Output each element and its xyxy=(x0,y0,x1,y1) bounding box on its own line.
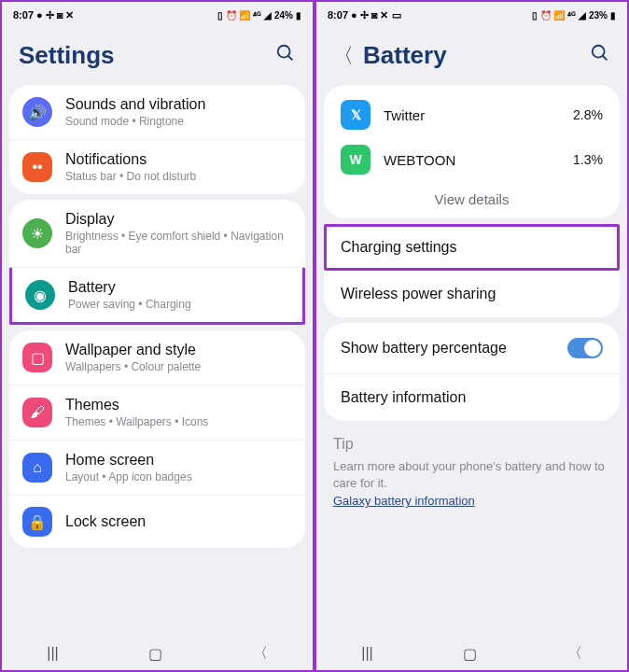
phone-battery: 8:07 ● ✢ ◙ ✕ ▭ ▯ ⏰ 📶 ⁴ᴳ ◢ 23% ▮ 〈 Batter… xyxy=(314,0,629,672)
setting-label: Wireless power sharing xyxy=(341,286,496,302)
settings-group: ☀ Display Brightness • Eye comfort shiel… xyxy=(9,200,305,325)
signal-icons: ▯ ⏰ 📶 ⁴ᴳ ◢ xyxy=(532,10,586,21)
svg-line-1 xyxy=(288,56,293,61)
setting-label: Charging settings xyxy=(341,239,457,256)
row-lockscreen[interactable]: 🔒 Lock screen xyxy=(9,495,305,548)
display-icon: ☀ xyxy=(22,218,52,248)
row-charging-settings[interactable]: Charging settings xyxy=(324,224,620,271)
view-details-button[interactable]: View details xyxy=(324,182,620,218)
recents-button[interactable]: ||| xyxy=(47,645,58,662)
options-card: Show battery percentage Battery informat… xyxy=(324,323,620,421)
row-display[interactable]: ☀ Display Brightness • Eye comfort shiel… xyxy=(9,200,305,267)
battery-pct: 23% xyxy=(589,10,608,21)
svg-point-2 xyxy=(593,46,605,58)
page-header: Settings xyxy=(2,28,313,79)
svg-point-0 xyxy=(278,46,290,58)
back-button[interactable]: 〈 xyxy=(567,644,582,664)
setting-label: Show battery percentage xyxy=(341,340,507,357)
app-pct: 2.8% xyxy=(573,107,603,122)
item-sub: Wallpapers • Colour palette xyxy=(65,360,201,373)
home-button[interactable]: ▢ xyxy=(463,645,477,663)
tip-text: Learn more about your phone's battery an… xyxy=(333,458,610,492)
nav-bar: ||| ▢ 〈 xyxy=(2,637,313,670)
status-bar: 8:07 ● ✢ ◙ ✕ ▯ ⏰ 📶 ⁴ᴳ ◢ 24% ▮ xyxy=(2,2,313,28)
row-themes[interactable]: 🖌 Themes Themes • Wallpapers • Icons xyxy=(9,385,305,440)
battery-pct: 24% xyxy=(274,10,293,21)
settings-group: ▢ Wallpaper and style Wallpapers • Colou… xyxy=(9,330,305,548)
app-row-webtoon[interactable]: W WEBTOON 1.3% xyxy=(324,137,620,182)
twitter-icon: 𝕏 xyxy=(341,100,370,130)
home-icon: ⌂ xyxy=(22,453,52,483)
app-name: WEBTOON xyxy=(384,152,560,168)
search-icon[interactable] xyxy=(275,43,296,68)
row-wallpaper[interactable]: ▢ Wallpaper and style Wallpapers • Colou… xyxy=(9,330,305,385)
webtoon-icon: W xyxy=(341,145,370,175)
app-name: Twitter xyxy=(384,107,560,123)
time: 8:07 xyxy=(13,9,34,21)
time: 8:07 xyxy=(328,9,348,21)
settings-group: 🔊 Sounds and vibration Sound mode • Ring… xyxy=(9,85,305,194)
item-sub: Status bar • Do not disturb xyxy=(65,170,196,183)
toggle-on[interactable] xyxy=(567,338,603,358)
back-button[interactable]: 〈 xyxy=(253,644,268,664)
item-title: Sounds and vibration xyxy=(65,96,205,113)
item-title: Home screen xyxy=(65,452,192,469)
battery-icon: ▮ xyxy=(610,10,616,21)
row-sounds[interactable]: 🔊 Sounds and vibration Sound mode • Ring… xyxy=(9,85,305,139)
notifications-icon: •• xyxy=(22,152,52,182)
item-title: Themes xyxy=(65,397,208,413)
status-icons: ● ✢ ◙ ✕ xyxy=(36,9,74,21)
recents-button[interactable]: ||| xyxy=(361,645,372,662)
page-header: 〈 Battery xyxy=(316,28,627,79)
row-battery-info[interactable]: Battery information xyxy=(324,373,620,421)
settings-card: Charging settings Wireless power sharing xyxy=(324,224,620,317)
themes-icon: 🖌 xyxy=(22,398,52,427)
row-show-battery-pct[interactable]: Show battery percentage xyxy=(324,323,620,373)
lock-icon: 🔒 xyxy=(22,507,52,537)
apps-card: 𝕏 Twitter 2.8% W WEBTOON 1.3% View detai… xyxy=(324,85,620,218)
page-title: Settings xyxy=(19,41,115,70)
status-icons: ● ✢ ◙ ✕ ▭ xyxy=(351,9,401,21)
battery-icon: ▮ xyxy=(296,10,301,21)
item-title: Wallpaper and style xyxy=(65,342,201,358)
home-button[interactable]: ▢ xyxy=(148,645,162,663)
item-sub: Themes • Wallpapers • Icons xyxy=(65,415,208,428)
item-sub: Layout • App icon badges xyxy=(65,470,192,483)
item-sub: Sound mode • Ringtone xyxy=(65,115,205,128)
svg-line-3 xyxy=(603,56,608,61)
phone-settings: 8:07 ● ✢ ◙ ✕ ▯ ⏰ 📶 ⁴ᴳ ◢ 24% ▮ Settings 🔊… xyxy=(0,0,314,672)
item-title: Display xyxy=(65,211,292,228)
wallpaper-icon: ▢ xyxy=(22,343,52,372)
tip-section: Tip Learn more about your phone's batter… xyxy=(316,427,627,527)
status-bar: 8:07 ● ✢ ◙ ✕ ▭ ▯ ⏰ 📶 ⁴ᴳ ◢ 23% ▮ xyxy=(316,2,627,28)
nav-bar: ||| ▢ 〈 xyxy=(316,637,627,670)
row-wireless-power-sharing[interactable]: Wireless power sharing xyxy=(324,271,620,317)
row-notifications[interactable]: •• Notifications Status bar • Do not dis… xyxy=(9,139,305,194)
setting-label: Battery information xyxy=(341,389,466,406)
app-row-twitter[interactable]: 𝕏 Twitter 2.8% xyxy=(324,92,620,137)
tip-link[interactable]: Galaxy battery information xyxy=(333,494,475,508)
back-chevron-icon[interactable]: 〈 xyxy=(333,42,354,70)
item-title: Notifications xyxy=(65,151,196,168)
page-title: Battery xyxy=(363,41,447,70)
signal-icons: ▯ ⏰ 📶 ⁴ᴳ ◢ xyxy=(217,10,272,21)
app-pct: 1.3% xyxy=(573,152,603,167)
row-homescreen[interactable]: ⌂ Home screen Layout • App icon badges xyxy=(9,440,305,495)
battery-icon: ◉ xyxy=(25,280,55,310)
item-sub: Brightness • Eye comfort shield • Naviga… xyxy=(65,230,292,256)
item-sub: Power saving • Charging xyxy=(68,298,191,311)
speaker-icon: 🔊 xyxy=(22,97,52,127)
tip-label: Tip xyxy=(333,436,610,453)
search-icon[interactable] xyxy=(590,43,610,68)
row-battery[interactable]: ◉ Battery Power saving • Charging xyxy=(9,267,305,325)
item-title: Lock screen xyxy=(65,513,146,530)
item-title: Battery xyxy=(68,279,191,296)
